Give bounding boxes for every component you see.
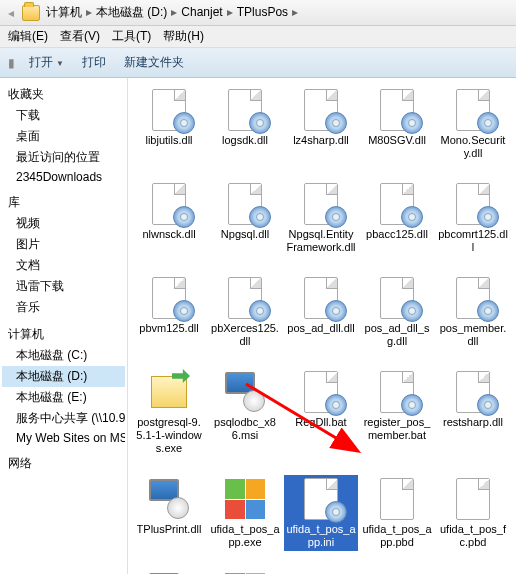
file-icon [299,182,343,226]
tree-item[interactable]: 桌面 [2,126,125,147]
file-name: register_pos_member.bat [362,416,432,442]
file-name: lz4sharp.dll [293,134,349,147]
file-name: nlwnsck.dll [142,228,195,241]
file-icon [147,182,191,226]
tree-item[interactable]: 最近访问的位置 [2,147,125,168]
tree-item[interactable]: My Web Sites on MSN [2,429,125,447]
file-name: postgresql-9.5.1-1-windows.exe [134,416,204,455]
file-name: logsdk.dll [222,134,268,147]
file-item[interactable]: TPlusPrint.dll [132,475,206,551]
print-button[interactable]: 打印 [78,52,110,73]
file-icon [299,88,343,132]
file-name: ufida_t_pos_app.exe [210,523,280,549]
tree-group-title[interactable]: 网络 [2,453,125,474]
file-item[interactable]: pbvm125.dll [132,274,206,350]
file-item[interactable]: ufida_t_pos_app.ini [284,475,358,551]
file-item[interactable]: M80SGV.dll [360,86,434,162]
file-item[interactable]: pos_ad_dll.dll [284,274,358,350]
file-icon [223,370,267,414]
menu-edit[interactable]: 编辑(E) [8,28,48,45]
file-item[interactable]: ufida_t_pos_app.exe [208,475,282,551]
file-item[interactable]: pbcomrt125.dll [436,180,510,256]
file-item[interactable]: pos_ad_dll_sg.dll [360,274,434,350]
file-item[interactable]: register_pos_member.bat [360,368,434,457]
file-icon [375,276,419,320]
file-icon [375,182,419,226]
breadcrumb-segment[interactable]: TPlusPos [235,5,290,19]
file-icon [223,477,267,521]
chevron-right-icon: ▸ [225,5,235,19]
tree-group-title[interactable]: 收藏夹 [2,84,125,105]
file-item[interactable]: Npgsql.EntityFramework.dll [284,180,358,256]
tree-group-title[interactable]: 库 [2,192,125,213]
tree-item[interactable]: 服务中心共享 (\\10.9 [2,408,125,429]
tree-item[interactable]: 迅雷下载 [2,276,125,297]
file-item[interactable]: psqlodbc_x86.msi [208,368,282,457]
tree-item[interactable]: 本地磁盘 (C:) [2,345,125,366]
file-item[interactable]: restsharp.dll [436,368,510,457]
file-item[interactable]: logsdk.dll [208,86,282,162]
breadcrumb-segment[interactable]: 计算机 [44,5,84,19]
breadcrumb[interactable]: ◂ 计算机▸本地磁盘 (D:)▸Chanjet▸TPlusPos▸ [0,0,516,26]
file-name: Mono.Security.dll [438,134,508,160]
file-item[interactable]: lz4sharp.dll [284,86,358,162]
file-item[interactable]: libjutils.dll [132,86,206,162]
file-icon [299,370,343,414]
tree-item[interactable]: 本地磁盘 (D:) [2,366,125,387]
folder-icon [22,5,40,21]
tree-item[interactable]: 下载 [2,105,125,126]
breadcrumb-segment[interactable]: Chanjet [179,5,224,19]
sidebar: 收藏夹下载桌面最近访问的位置2345Downloads库视频图片文档迅雷下载音乐… [0,78,128,574]
file-item[interactable]: nlwnsck.dll [132,180,206,256]
file-icon [299,276,343,320]
new-folder-button[interactable]: 新建文件夹 [120,52,188,73]
file-icon [451,88,495,132]
file-name: pbXerces125.dll [210,322,280,348]
tree-item[interactable]: 文档 [2,255,125,276]
file-name: ufida_t_pos_fc.pbd [438,523,508,549]
file-item[interactable]: RegDll.bat [284,368,358,457]
menu-view[interactable]: 查看(V) [60,28,100,45]
file-name: ufida_t_pos_app.pbd [362,523,432,549]
file-grid: libjutils.dlllogsdk.dlllz4sharp.dllM80SG… [128,78,516,574]
file-name: restsharp.dll [443,416,503,429]
file-icon [451,370,495,414]
file-icon [223,276,267,320]
file-name: libjutils.dll [145,134,192,147]
file-name: Npgsql.EntityFramework.dll [286,228,356,254]
file-item[interactable]: Npgsql.dll [208,180,282,256]
file-item[interactable]: postgresql-9.5.1-1-windows.exe [132,368,206,457]
file-item[interactable]: pbXerces125.dll [208,274,282,350]
file-icon [451,276,495,320]
breadcrumb-segment[interactable]: 本地磁盘 (D:) [94,5,169,19]
file-item[interactable]: ufida_t_pos_app.pbd [360,475,434,551]
file-item[interactable]: pbacc125.dll [360,180,434,256]
file-icon [375,477,419,521]
file-name: RegDll.bat [295,416,346,429]
file-item[interactable] [132,569,206,574]
tree-item[interactable]: 本地磁盘 (E:) [2,387,125,408]
file-icon [147,276,191,320]
file-item[interactable]: Mono.Security.dll [436,86,510,162]
menu-help[interactable]: 帮助(H) [163,28,204,45]
tree-item[interactable]: 2345Downloads [2,168,125,186]
file-icon [375,370,419,414]
file-name: psqlodbc_x86.msi [210,416,280,442]
file-name: pos_member.dll [438,322,508,348]
menubar: 编辑(E) 查看(V) 工具(T) 帮助(H) [0,26,516,48]
file-item[interactable] [208,569,282,574]
file-icon [299,477,343,521]
tree-group-title[interactable]: 计算机 [2,324,125,345]
file-icon [223,182,267,226]
file-item[interactable]: pos_member.dll [436,274,510,350]
tree-item[interactable]: 图片 [2,234,125,255]
file-name: pos_ad_dll.dll [287,322,354,335]
file-item[interactable]: ufida_t_pos_fc.pbd [436,475,510,551]
chevron-left-icon: ◂ [4,4,18,22]
tree-item[interactable]: 音乐 [2,297,125,318]
tree-item[interactable]: 视频 [2,213,125,234]
file-name: pbacc125.dll [366,228,428,241]
open-button[interactable]: 打开▼ [25,52,68,73]
menu-tools[interactable]: 工具(T) [112,28,151,45]
file-icon [223,88,267,132]
